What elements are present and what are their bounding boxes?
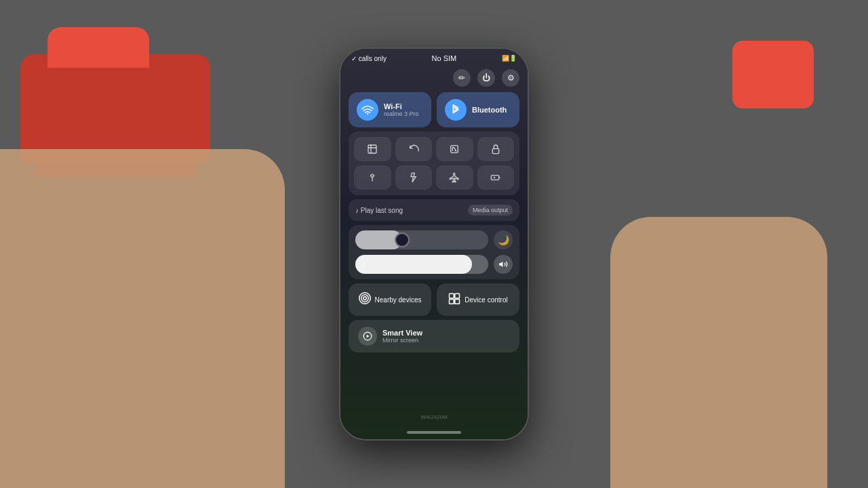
svg-point-5 <box>363 297 366 300</box>
volume-slider[interactable]: ♪ <box>355 255 488 274</box>
status-center: No SIM <box>432 54 457 62</box>
wifi-name: Wi-Fi <box>384 102 419 110</box>
mobile-data-button[interactable] <box>354 165 391 190</box>
nearby-devices-button[interactable]: Nearby devices <box>349 283 431 316</box>
power-button[interactable]: ⏻ <box>477 69 495 87</box>
device-label: WIK2420M <box>420 414 448 420</box>
svg-point-0 <box>367 113 368 115</box>
media-row: ♪ Play last song Media output <box>349 199 519 221</box>
bluetooth-name: Bluetooth <box>472 106 507 114</box>
svg-rect-11 <box>455 300 460 304</box>
bottom-buttons-row: Nearby devices Device control <box>349 283 519 316</box>
nfc-button[interactable] <box>436 137 473 161</box>
brightness-slider[interactable] <box>355 230 488 249</box>
lock-button[interactable] <box>477 137 515 161</box>
settings-button[interactable]: ⚙ <box>502 69 519 87</box>
sliders-section: 🌙 ♪ <box>349 225 519 279</box>
bluetooth-icon <box>445 99 467 121</box>
control-panel: ✏ ⏻ ⚙ <box>340 65 528 426</box>
no-sim-text: No SIM <box>432 54 457 62</box>
volume-slider-row: ♪ <box>355 255 513 274</box>
smart-view-sub: Mirror screen <box>382 337 422 344</box>
volume-note-icon: ♪ <box>361 260 365 269</box>
edit-button[interactable]: ✏ <box>453 69 471 87</box>
nav-pill <box>407 431 461 434</box>
status-left: ✓ calls only <box>351 55 387 62</box>
car-decoration <box>20 54 210 163</box>
smart-view-icon <box>358 327 377 346</box>
night-mode-button[interactable]: 🌙 <box>494 230 513 249</box>
svg-marker-13 <box>367 335 370 338</box>
phone-screen: ✓ calls only No SIM 📶🔋 ✏ ⏻ <box>340 49 528 439</box>
svg-rect-2 <box>451 146 458 153</box>
flashlight-button[interactable] <box>395 165 433 190</box>
volume-fill <box>355 255 472 274</box>
wifi-text: Wi-Fi realme 3 Pro <box>384 102 419 117</box>
wifi-icon <box>357 99 378 121</box>
device-control-label: Device control <box>465 296 507 304</box>
svg-rect-10 <box>450 300 454 304</box>
status-bar: ✓ calls only No SIM 📶🔋 <box>340 49 528 65</box>
toggle-row: Wi-Fi realme 3 Pro Bluetooth <box>349 92 519 127</box>
screenshot-button[interactable] <box>354 137 391 161</box>
svg-rect-1 <box>368 145 376 153</box>
hand-left <box>0 149 285 488</box>
svg-point-6 <box>361 295 368 302</box>
play-last-song[interactable]: ♪ Play last song <box>355 207 403 214</box>
svg-rect-8 <box>450 293 454 298</box>
wifi-toggle[interactable]: Wi-Fi realme 3 Pro <box>349 92 431 127</box>
wifi-sub: realme 3 Pro <box>384 110 419 117</box>
battery-saver-button[interactable] <box>477 165 515 190</box>
calls-only-text: ✓ calls only <box>351 55 387 62</box>
power-icon: ⏻ <box>482 73 490 83</box>
media-output-button[interactable]: Media output <box>468 205 513 216</box>
hand-right <box>610 217 827 488</box>
settings-icon: ⚙ <box>507 73 515 83</box>
scooter-decoration <box>732 41 814 108</box>
nearby-devices-icon <box>359 292 371 307</box>
device-control-button[interactable]: Device control <box>437 283 519 316</box>
status-right: 📶🔋 <box>502 55 517 62</box>
phone-wrapper: ✓ calls only No SIM 📶🔋 ✏ ⏻ <box>339 47 529 441</box>
nearby-devices-label: Nearby devices <box>375 296 422 304</box>
volume-icon[interactable] <box>494 255 513 274</box>
signal-icons: 📶🔋 <box>502 55 517 62</box>
top-toolbar: ✏ ⏻ ⚙ <box>349 68 519 88</box>
bluetooth-toggle[interactable]: Bluetooth <box>437 92 519 127</box>
nav-bar <box>340 426 528 439</box>
edit-icon: ✏ <box>458 73 465 83</box>
airplane-mode-button[interactable] <box>436 165 473 190</box>
svg-rect-3 <box>492 148 498 153</box>
brightness-thumb[interactable] <box>395 232 410 247</box>
smart-view-button[interactable]: Smart View Mirror screen <box>349 320 519 352</box>
auto-rotate-button[interactable] <box>395 137 433 161</box>
svg-rect-9 <box>455 293 460 298</box>
smart-view-name: Smart View <box>382 329 422 337</box>
phone: ✓ calls only No SIM 📶🔋 ✏ ⏻ <box>339 47 529 441</box>
device-control-icon <box>448 292 460 307</box>
smart-view-text: Smart View Mirror screen <box>382 329 422 344</box>
bluetooth-text: Bluetooth <box>472 106 507 114</box>
quick-actions-grid <box>349 131 519 195</box>
brightness-slider-row: 🌙 <box>355 230 513 249</box>
